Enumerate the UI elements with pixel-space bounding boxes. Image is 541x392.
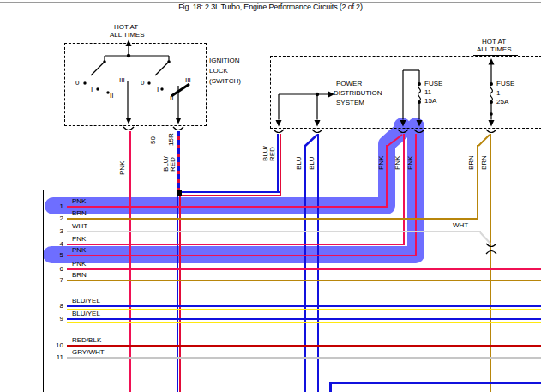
label-blu-red-pdc-2: RED bbox=[269, 136, 276, 161]
fuse11-number: 11 bbox=[424, 88, 431, 96]
fuse11-name: FUSE bbox=[424, 80, 442, 87]
fuse1-number: 1 bbox=[496, 89, 500, 97]
row-6-label: PNK bbox=[72, 260, 86, 268]
pdc-internals bbox=[279, 63, 492, 120]
label-pnk-a: PNK bbox=[378, 148, 385, 170]
row-8-label: BLU/YEL bbox=[72, 297, 100, 305]
wire-pnk-diagonal[interactable] bbox=[388, 135, 402, 146]
row-9-number: 9 bbox=[48, 315, 63, 323]
row-10-number: 10 bbox=[48, 341, 63, 349]
row-7-number: 7 bbox=[48, 276, 63, 284]
label-blu-red-ign-2: RED bbox=[170, 146, 177, 172]
wiring-diagram-canvas: Fig. 18: 2.3L Turbo, Engine Performance … bbox=[0, 0, 541, 392]
fuse1-name: FUSE bbox=[496, 80, 514, 87]
hot-at-left-line2: ALL TIMES bbox=[110, 31, 144, 39]
row-4-number: 4 bbox=[48, 240, 63, 248]
hot-at-left-line1: HOT AT bbox=[114, 23, 138, 31]
exit-cups bbox=[123, 127, 496, 133]
row-4-label: PNK bbox=[72, 235, 86, 243]
sw2-pos-1: I bbox=[157, 86, 159, 93]
fuse11-rating: 15A bbox=[424, 97, 436, 105]
ignition-label-line3: (SWITCH) bbox=[209, 77, 241, 85]
exit-arrowheads bbox=[126, 118, 495, 127]
label-brn-1: BRN bbox=[468, 148, 475, 170]
sw1-pos-2: II bbox=[110, 92, 113, 100]
terminal-15r: 15R bbox=[168, 129, 175, 146]
connector-exits bbox=[123, 118, 496, 133]
wire-brn-diagonal[interactable] bbox=[478, 135, 490, 146]
label-blu-2: BLU bbox=[309, 149, 316, 170]
row-9-label: BLU/YEL bbox=[72, 310, 100, 317]
row-2-number: 2 bbox=[48, 214, 63, 222]
pdc-label-line2: DISTRIBUTION bbox=[334, 89, 382, 97]
row-1-number: 1 bbox=[48, 202, 63, 210]
ignition-label-line2: LOCK bbox=[209, 67, 228, 75]
sw1-pos-0: 0 bbox=[75, 79, 79, 87]
pdc-label-line3: SYSTEM bbox=[336, 99, 364, 106]
row-5-label: PNK bbox=[72, 246, 86, 254]
terminal-50: 50 bbox=[150, 129, 157, 144]
row-6-number: 6 bbox=[48, 265, 63, 273]
sw2-pos-3: III bbox=[185, 76, 191, 84]
sw2-pos-0: 0 bbox=[141, 79, 144, 87]
pdc-label-line1: POWER bbox=[336, 80, 362, 87]
label-pnk-ignition: PNK bbox=[119, 151, 126, 175]
fuse1-rating: 25A bbox=[496, 98, 508, 106]
hot-at-right-line1: HOT AT bbox=[482, 38, 506, 45]
symbol-layer bbox=[0, 0, 541, 392]
sw1-pos-1: I bbox=[91, 86, 93, 93]
inline-connector-symbol bbox=[486, 244, 496, 254]
sw1-pos-3: III bbox=[119, 76, 125, 84]
wire-wht-diagonal[interactable] bbox=[480, 232, 490, 244]
row-11-label: GRY/WHT bbox=[72, 348, 105, 356]
row-1-label: PNK bbox=[72, 197, 86, 205]
row-8-number: 8 bbox=[48, 302, 63, 310]
label-pnk-b: PNK bbox=[394, 148, 401, 170]
row-3-number: 3 bbox=[48, 227, 63, 235]
row-2-label: BRN bbox=[72, 209, 87, 217]
row-10-label: RED/BLK bbox=[72, 336, 101, 344]
label-pnk-c: PNK bbox=[407, 148, 414, 170]
row-11-number: 11 bbox=[48, 353, 63, 361]
label-brn-2: BRN bbox=[481, 148, 488, 170]
wire-blu-diagonal[interactable] bbox=[305, 135, 317, 146]
ignition-label-line1: IGNITION bbox=[209, 57, 240, 64]
label-blu-1: BLU bbox=[296, 149, 303, 170]
hot-at-right-line2: ALL TIMES bbox=[477, 45, 511, 53]
sw2-pos-2: II bbox=[170, 94, 173, 102]
row-5-number: 5 bbox=[48, 251, 63, 259]
row-3-label: WHT bbox=[72, 222, 87, 230]
row-7-label: BRN bbox=[72, 271, 87, 279]
label-wht-right: WHT bbox=[453, 221, 468, 229]
